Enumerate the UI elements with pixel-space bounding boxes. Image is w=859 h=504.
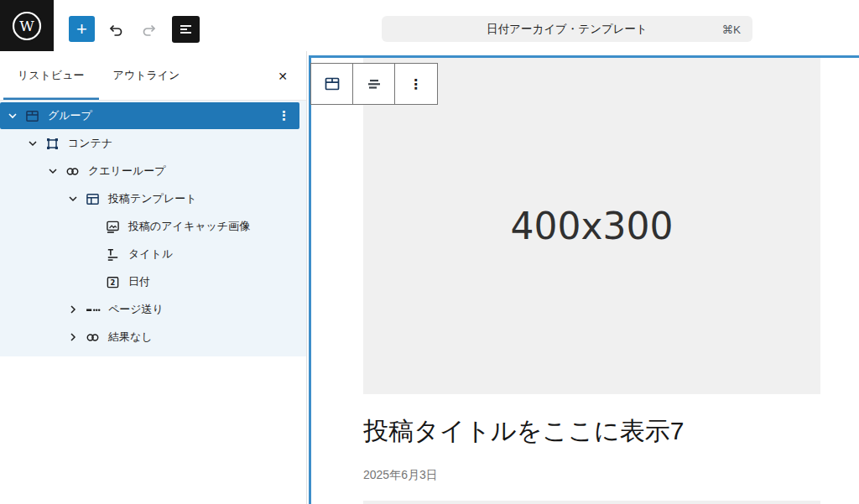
list-view-toggle-button[interactable] — [172, 16, 200, 43]
undo-button[interactable] — [103, 18, 128, 43]
post-content-column: 400x300 投稿タイトルをここに表示7 2025年6月3日 — [363, 58, 820, 504]
list-view-tabs: リストビュー アウトライン ✕ — [0, 51, 306, 101]
chevron-right-icon[interactable] — [64, 303, 82, 316]
tree-row-container[interactable]: コンテナ — [0, 130, 299, 157]
tree-row-pagination[interactable]: ページ送り — [0, 296, 299, 323]
chevron-down-icon[interactable] — [44, 164, 62, 178]
document-title-button[interactable]: 日付アーカイブ・テンプレート ⌘K — [382, 16, 752, 42]
tree-row-post-template[interactable]: 投稿テンプレート — [0, 185, 299, 212]
no-results-block-icon — [82, 327, 102, 347]
tree-row-label: 投稿テンプレート — [108, 191, 197, 206]
tree-row-no-results[interactable]: 結果なし — [0, 324, 299, 351]
tree-row-label: クエリーループ — [88, 164, 166, 179]
plus-icon: + — [76, 20, 87, 39]
title-block-icon — [102, 244, 122, 264]
list-view-icon — [176, 19, 196, 39]
align-button[interactable] — [353, 64, 395, 104]
svg-text:2: 2 — [110, 278, 115, 287]
tree-row-date[interactable]: 2 日付 — [0, 268, 299, 295]
tab-outline[interactable]: アウトライン — [99, 51, 195, 100]
post-title[interactable]: 投稿タイトルをここに表示7 — [363, 415, 820, 447]
tree-row-group[interactable]: グループ ⋮ — [0, 102, 299, 129]
wordpress-icon: W — [10, 9, 44, 43]
editor-canvas[interactable]: ⋮ 400x300 投稿タイトルをここに表示7 2025年6月3日 — [309, 51, 859, 504]
tree-row-label: 結果なし — [108, 330, 153, 345]
tree-row-title[interactable]: タイトル — [0, 241, 299, 268]
close-icon: ✕ — [278, 70, 288, 83]
container-block-icon — [42, 133, 62, 153]
date-block-icon: 2 — [102, 272, 122, 292]
chevron-right-icon[interactable] — [64, 330, 82, 344]
tree-row-label: コンテナ — [68, 136, 112, 151]
pagination-block-icon — [82, 299, 102, 320]
tree-row-featured-image[interactable]: 投稿のアイキャッチ画像 — [0, 213, 299, 240]
svg-text:W: W — [19, 18, 34, 34]
selected-block-outline-left — [309, 55, 311, 504]
tab-list-view[interactable]: リストビュー — [3, 51, 99, 100]
featured-image-block-icon — [102, 216, 122, 236]
block-parent-selector-button[interactable] — [311, 64, 353, 104]
tree-row-label: 投稿のアイキャッチ画像 — [128, 219, 250, 234]
featured-image-placeholder[interactable]: 400x300 — [363, 58, 820, 394]
close-list-view-button[interactable]: ✕ — [269, 63, 296, 90]
options-menu-icon[interactable]: ⋮ — [274, 102, 294, 129]
block-inserter-button[interactable]: + — [69, 16, 95, 42]
command-shortcut: ⌘K — [721, 16, 741, 42]
block-toolbar: ⋮ — [310, 63, 438, 105]
tree-row-label: タイトル — [128, 247, 173, 262]
wordpress-logo-button[interactable]: W — [0, 0, 54, 51]
next-post-image-edge — [363, 501, 820, 504]
align-icon — [364, 74, 384, 94]
tab-outline-label: アウトライン — [113, 68, 180, 83]
options-menu-icon: ⋮ — [409, 76, 424, 92]
query-loop-block-icon — [62, 161, 82, 181]
post-template-block-icon — [82, 189, 102, 209]
editor-header: W + 日付アーカイブ・テンプレート — [0, 0, 859, 51]
chevron-down-icon[interactable] — [3, 109, 22, 122]
tree-row-label: 日付 — [128, 274, 150, 289]
document-title: 日付アーカイブ・テンプレート — [487, 22, 648, 37]
undo-icon — [106, 20, 126, 40]
block-options-button[interactable]: ⋮ — [395, 64, 437, 104]
redo-button[interactable] — [137, 18, 162, 43]
block-tree: グループ ⋮ コンテナ — [0, 101, 306, 356]
group-block-icon — [22, 106, 42, 126]
tree-row-query-loop[interactable]: クエリーループ — [0, 158, 299, 184]
post-date[interactable]: 2025年6月3日 — [363, 468, 820, 483]
chevron-down-icon[interactable] — [64, 192, 82, 205]
tab-list-view-label: リストビュー — [18, 68, 85, 83]
tree-row-label: ページ送り — [108, 302, 164, 317]
redo-icon — [139, 20, 159, 40]
placeholder-dimensions-text: 400x300 — [510, 205, 673, 247]
list-view-panel: リストビュー アウトライン ✕ グループ — [0, 51, 307, 504]
chevron-down-icon[interactable] — [23, 137, 42, 150]
site-editor: W + 日付アーカイブ・テンプレート — [0, 0, 859, 504]
tree-row-label: グループ — [48, 108, 92, 123]
group-block-icon — [322, 74, 342, 94]
